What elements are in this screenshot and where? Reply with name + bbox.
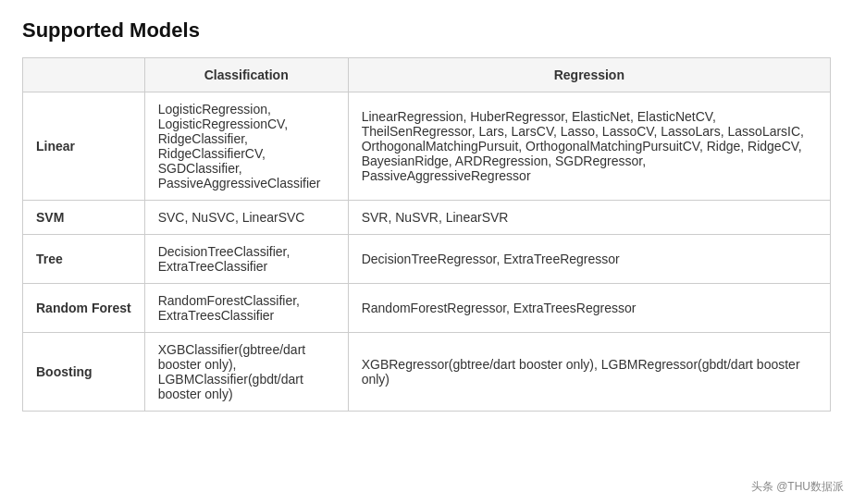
regression-cell-4: XGBRegressor(gbtree/dart booster only), …: [348, 333, 830, 412]
row-header-2: Tree: [23, 235, 145, 284]
regression-cell-2: DecisionTreeRegressor, ExtraTreeRegresso…: [348, 235, 830, 284]
table-row: SVMSVC, NuSVC, LinearSVCSVR, NuSVR, Line…: [23, 201, 831, 235]
classification-cell-3: RandomForestClassifier, ExtraTreesClassi…: [144, 284, 348, 333]
classification-header: Classification: [144, 58, 348, 92]
classification-cell-2: DecisionTreeClassifier, ExtraTreeClassif…: [144, 235, 348, 284]
classification-cell-1: SVC, NuSVC, LinearSVC: [144, 201, 348, 235]
table-row: Random ForestRandomForestClassifier, Ext…: [23, 284, 831, 333]
classification-cell-0: LogisticRegression, LogisticRegressionCV…: [144, 92, 348, 201]
empty-header: [23, 58, 145, 92]
regression-cell-1: SVR, NuSVR, LinearSVR: [348, 201, 830, 235]
row-header-4: Boosting: [23, 333, 145, 412]
models-table: Classification Regression LinearLogistic…: [22, 57, 831, 412]
row-header-3: Random Forest: [23, 284, 145, 333]
classification-cell-4: XGBClassifier(gbtree/dart booster only),…: [144, 333, 348, 412]
page-title: Supported Models: [22, 18, 831, 43]
regression-cell-3: RandomForestRegressor, ExtraTreesRegress…: [348, 284, 830, 333]
row-header-0: Linear: [23, 92, 145, 201]
regression-cell-0: LinearRegression, HuberRegressor, Elasti…: [348, 92, 830, 201]
table-row: TreeDecisionTreeClassifier, ExtraTreeCla…: [23, 235, 831, 284]
row-header-1: SVM: [23, 201, 145, 235]
regression-header: Regression: [348, 58, 830, 92]
table-row: LinearLogisticRegression, LogisticRegres…: [23, 92, 831, 201]
table-row: BoostingXGBClassifier(gbtree/dart booste…: [23, 333, 831, 412]
